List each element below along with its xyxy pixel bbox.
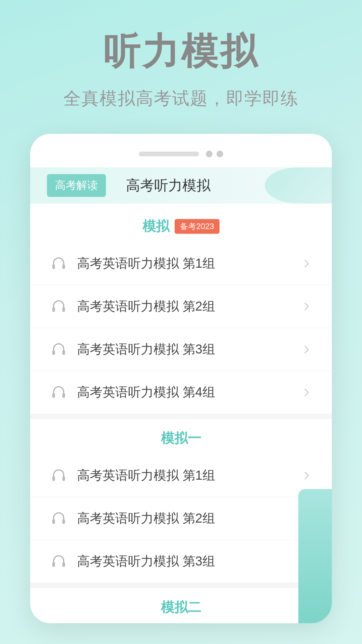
chevron-icon-3 [302, 344, 312, 355]
headphone-icon-2 [50, 298, 67, 315]
item-text-5: 高考英语听力模拟 第1组 [77, 467, 302, 484]
list-item[interactable]: 高考英语听力模拟 第2组 [30, 497, 332, 540]
headphone-icon-3 [50, 341, 67, 358]
svg-rect-13 [62, 562, 65, 567]
phone-dot-2 [217, 151, 223, 157]
svg-rect-12 [52, 562, 55, 567]
svg-rect-11 [62, 519, 65, 524]
item-text-6: 高考英语听力模拟 第2组 [77, 510, 302, 527]
section-divider-2 [30, 583, 332, 588]
section-moni-main: 模拟 备考2023 高考英语听力模拟 第1组 [30, 207, 332, 414]
phone-mockup: 高考解读 高考听力模拟 模拟 备考2023 高考英语听力模拟 第1组 [30, 134, 332, 623]
chevron-icon-5 [302, 471, 312, 481]
list-item[interactable]: 高考英语听力模拟 第1组 [30, 242, 332, 285]
svg-rect-10 [52, 519, 55, 524]
badge-2023: 备考2023 [175, 219, 219, 234]
item-text-4: 高考英语听力模拟 第4组 [77, 384, 302, 401]
page-title: 听力模拟 [103, 27, 259, 77]
section-moni-1-text: 模拟一 [161, 429, 201, 447]
svg-rect-0 [52, 264, 55, 269]
tab-wave-decoration [265, 167, 332, 204]
list-item[interactable]: 高考英语听力模拟 第4组 [30, 371, 332, 414]
section-moni-label: 模拟 备考2023 [30, 207, 332, 242]
list-item[interactable]: 高考英语听力模拟 第1组 [30, 454, 332, 497]
section-moni-1-label: 模拟一 [30, 419, 332, 454]
item-text-1: 高考英语听力模拟 第1组 [77, 255, 302, 272]
item-text-2: 高考英语听力模拟 第2组 [77, 298, 302, 315]
headphone-icon-4 [50, 384, 67, 401]
tab-header: 高考解读 高考听力模拟 [30, 167, 332, 204]
svg-rect-5 [62, 350, 65, 355]
svg-rect-1 [62, 264, 65, 269]
svg-rect-4 [52, 350, 55, 355]
item-text-7: 高考英语听力模拟 第3组 [77, 553, 302, 570]
list-item[interactable]: 高考英语听力模拟 第3组 [30, 328, 332, 371]
tab-gaokao-tingli[interactable]: 高考听力模拟 [126, 176, 210, 195]
headphone-icon-6 [50, 510, 67, 527]
section-moni-text: 模拟 [142, 217, 169, 235]
section-moni-1: 模拟一 高考英语听力模拟 第1组 高考英语听力 [30, 419, 332, 583]
svg-rect-9 [62, 476, 65, 481]
chevron-icon-2 [302, 302, 312, 312]
tab-gaokao-jiedu[interactable]: 高考解读 [47, 174, 106, 197]
phone-top-bar [30, 147, 332, 167]
svg-rect-8 [52, 476, 55, 481]
section-moni-2-label: 模拟二 [30, 588, 332, 623]
svg-rect-6 [52, 393, 55, 398]
list-item[interactable]: 高考英语听力模拟 第3组 [30, 540, 332, 583]
headphone-icon-1 [50, 255, 67, 272]
item-text-3: 高考英语听力模拟 第3组 [77, 341, 302, 358]
phone-dots [206, 151, 223, 157]
page-subtitle: 全真模拟高考试题，即学即练 [63, 87, 299, 110]
phone-pill [139, 152, 199, 156]
phone-dot-1 [206, 151, 213, 157]
svg-rect-3 [62, 307, 65, 312]
page-container: 听力模拟 全真模拟高考试题，即学即练 高考解读 高考听力模拟 模拟 备考2023 [0, 0, 362, 644]
svg-rect-7 [62, 393, 65, 398]
svg-rect-2 [52, 307, 55, 312]
section-divider [30, 414, 332, 419]
chevron-icon-1 [302, 259, 312, 269]
headphone-icon-5 [50, 467, 67, 484]
chevron-icon-4 [302, 387, 312, 397]
bottom-decoration [298, 489, 332, 623]
list-item[interactable]: 高考英语听力模拟 第2组 [30, 285, 332, 328]
headphone-icon-7 [50, 553, 67, 570]
